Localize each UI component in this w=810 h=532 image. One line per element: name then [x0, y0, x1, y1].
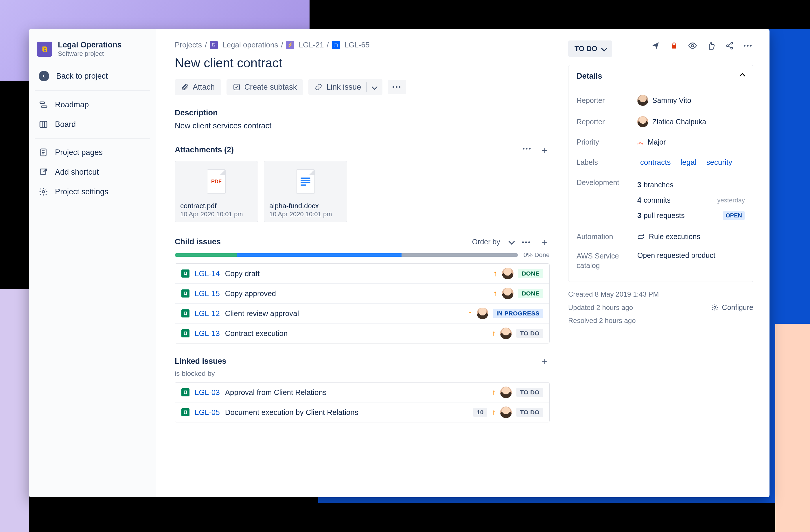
priority-icon: ↑ — [491, 329, 496, 338]
label-chip[interactable]: security — [703, 157, 735, 168]
sidebar-item-label: Add shortcut — [55, 168, 99, 177]
watch-icon[interactable] — [687, 40, 698, 51]
add-child-icon[interactable]: ＋ — [540, 237, 550, 247]
status-lozenge[interactable]: TO DO — [516, 329, 543, 338]
status-lozenge[interactable]: TO DO — [516, 408, 543, 417]
chevron-down-icon[interactable] — [372, 83, 376, 92]
pdf-icon: PDF — [207, 169, 226, 194]
docx-icon — [296, 169, 315, 194]
feedback-icon[interactable] — [650, 40, 661, 51]
sidebar-item-settings[interactable]: Project settings — [29, 182, 156, 201]
assignee-avatar[interactable] — [500, 386, 512, 398]
assignee-avatar[interactable] — [502, 288, 514, 299]
divider — [35, 138, 150, 138]
attachment-card[interactable]: PDF contract.pdf 10 Apr 2020 10:01 pm — [175, 161, 258, 222]
status-dropdown[interactable]: TO DO — [568, 40, 612, 57]
description-text[interactable]: New client services contract — [175, 121, 550, 130]
issue-row[interactable]: LGL-15Copy approved↑DONE — [175, 283, 549, 303]
back-to-project[interactable]: Back to project — [29, 66, 156, 86]
dev-branches[interactable]: 3branches — [637, 178, 745, 192]
reporter-value[interactable]: Zlatica Chalpuka — [637, 116, 745, 127]
add-attachment-icon[interactable]: ＋ — [540, 145, 550, 155]
more-actions-button[interactable] — [388, 80, 406, 94]
attachment-date: 10 Apr 2020 10:01 pm — [175, 210, 258, 218]
details-header[interactable]: Details — [568, 65, 753, 87]
bg-decor — [775, 324, 810, 532]
assignee-avatar[interactable] — [502, 268, 514, 279]
issue-key[interactable]: LGL-14 — [195, 269, 220, 278]
issue-key[interactable]: LGL-13 — [195, 329, 220, 338]
issue-row[interactable]: LGL-03Approval from Client Relations↑TO … — [175, 383, 549, 402]
avatar — [637, 116, 648, 127]
crumb-epic[interactable]: LGL-21 — [299, 40, 324, 49]
chevron-down-icon[interactable] — [509, 238, 513, 246]
status-lozenge[interactable]: DONE — [518, 269, 543, 278]
sidebar-item-pages[interactable]: Project pages — [29, 143, 156, 162]
vote-icon[interactable] — [706, 40, 716, 51]
issue-key[interactable]: LGL-05 — [195, 408, 220, 417]
child-more-icon[interactable] — [522, 238, 531, 246]
share-icon[interactable] — [724, 40, 735, 51]
priority-icon: ↑ — [468, 309, 472, 318]
attachments-heading: Attachments (2) — [175, 146, 234, 154]
bg-decor — [0, 289, 29, 532]
status-lozenge[interactable]: IN PROGRESS — [493, 309, 543, 318]
issue-content: Projects / ⎘ Legal operations / ⚡ LGL-21… — [175, 40, 550, 486]
assignee-avatar[interactable] — [477, 307, 488, 319]
issue-key[interactable]: LGL-03 — [195, 388, 220, 397]
attach-button[interactable]: Attach — [175, 79, 221, 95]
issue-summary: Approval from Client Relations — [225, 388, 487, 397]
lock-icon[interactable] — [669, 40, 679, 51]
dev-commits[interactable]: 4commitsyesterday — [637, 194, 745, 207]
dev-prs[interactable]: 3pull requestsOPEN — [637, 209, 745, 222]
sidebar-item-shortcut[interactable]: Add shortcut — [29, 162, 156, 182]
avatar — [637, 95, 648, 106]
issue-row[interactable]: LGL-05Document execution by Client Relat… — [175, 402, 549, 422]
reporter-value[interactable]: Sammy Vito — [637, 95, 745, 106]
issue-key[interactable]: LGL-15 — [195, 289, 220, 298]
issue-key[interactable]: LGL-12 — [195, 309, 220, 318]
issue-title[interactable]: New client contract — [175, 56, 550, 70]
more-icon[interactable] — [743, 40, 753, 51]
epic-icon: ⚡ — [286, 41, 294, 49]
issue-top-actions — [650, 40, 753, 51]
open-tag: OPEN — [723, 211, 745, 220]
field-label: Reporter — [577, 118, 637, 126]
configure-button[interactable]: Configure — [711, 288, 753, 327]
label-chip[interactable]: legal — [678, 157, 699, 168]
crumb-issue[interactable]: LGL-65 — [344, 40, 370, 49]
attachments-more-icon[interactable] — [522, 145, 532, 155]
crumb-projects[interactable]: Projects — [175, 40, 202, 49]
issue-row[interactable]: LGL-14Copy draft↑DONE — [175, 264, 549, 283]
add-link-icon[interactable]: ＋ — [540, 356, 550, 366]
status-lozenge[interactable]: DONE — [518, 289, 543, 298]
issue-summary: Document execution by Client Relations — [225, 408, 468, 417]
crumb-project[interactable]: Legal operations — [223, 40, 278, 49]
svg-point-7 — [692, 45, 694, 47]
issue-row[interactable]: LGL-13Contract execution↑TO DO — [175, 323, 549, 343]
details-panel-column: TO DO Details Reporter Sammy Vito Report… — [568, 40, 753, 486]
aws-value[interactable]: Open requested product — [637, 251, 745, 260]
linked-issue-list: LGL-03Approval from Client Relations↑TO … — [175, 382, 550, 422]
attachment-card[interactable]: alpha-fund.docx 10 Apr 2020 10:01 pm — [264, 161, 347, 222]
project-header[interactable]: ⎘ Legal Operations Software project — [29, 40, 156, 66]
priority-icon: ↑ — [493, 269, 497, 278]
orderby-button[interactable]: Order by — [472, 238, 500, 246]
link-issue-button[interactable]: Link issue — [308, 79, 383, 95]
field-label: Reporter — [577, 96, 637, 105]
updated-date: Updated 2 hours ago — [568, 301, 659, 314]
linked-heading: Linked issues — [175, 357, 227, 366]
automation-value[interactable]: Rule executions — [637, 232, 745, 241]
details-panel: Details Reporter Sammy Vito Reporter Zla… — [568, 65, 753, 282]
label-chip[interactable]: contracts — [637, 157, 674, 168]
sidebar-item-board[interactable]: Board — [29, 115, 156, 134]
create-subtask-button[interactable]: Create subtask — [227, 79, 304, 95]
status-lozenge[interactable]: TO DO — [516, 388, 543, 397]
created-date: Created 8 May 2019 1:43 PM — [568, 288, 659, 301]
assignee-avatar[interactable] — [500, 406, 512, 418]
sidebar-item-roadmap[interactable]: Roadmap — [29, 95, 156, 115]
labels-value[interactable]: contracts legal security — [637, 157, 745, 168]
priority-value[interactable]: ︽Major — [637, 138, 745, 146]
assignee-avatar[interactable] — [500, 328, 512, 339]
issue-row[interactable]: LGL-12Client review approval↑IN PROGRESS — [175, 303, 549, 323]
